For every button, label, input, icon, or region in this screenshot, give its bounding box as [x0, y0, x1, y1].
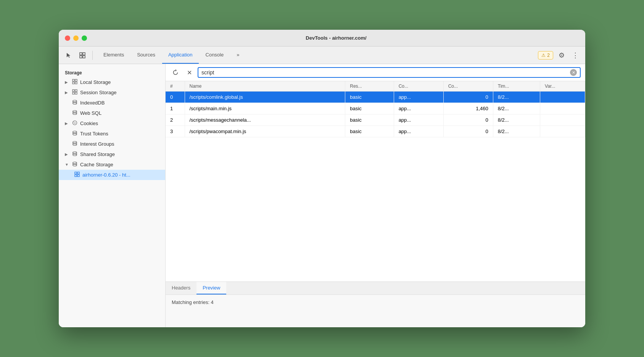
- svg-rect-32: [77, 175, 79, 177]
- svg-rect-1: [83, 53, 85, 55]
- sidebar-item-trust-tokens[interactable]: ▶ Trust Tokens: [59, 129, 165, 139]
- toolbar: Elements Sources Application Console » ⚠…: [59, 47, 585, 64]
- svg-rect-7: [75, 82, 77, 84]
- col-num: #: [166, 81, 185, 92]
- cell-name: /scripts/pwacompat.min.js: [185, 126, 345, 137]
- svg-rect-9: [75, 90, 77, 92]
- sidebar-item-cache-entry[interactable]: airhorner-0.6.20 - ht...: [59, 170, 165, 180]
- svg-rect-11: [75, 92, 77, 94]
- cache-data-table: # Name Res... Co... Co... Tim... Var... …: [166, 81, 585, 281]
- sidebar-item-indexeddb[interactable]: ▶ IndexedDB: [59, 98, 165, 108]
- minimize-button[interactable]: [73, 35, 79, 41]
- svg-point-20: [75, 123, 76, 124]
- sidebar-item-interest-groups[interactable]: ▶ Interest Groups: [59, 139, 165, 149]
- col-tim: Tim...: [493, 81, 540, 92]
- svg-point-15: [73, 113, 77, 115]
- table-row[interactable]: 1 /scripts/main.min.js basic app... 1,46…: [166, 103, 585, 114]
- cell-res: basic: [345, 126, 394, 137]
- search-clear-button[interactable]: ✕: [570, 69, 577, 76]
- traffic-lights: [65, 35, 87, 41]
- warning-badge[interactable]: ⚠ 2: [538, 51, 553, 60]
- db-icon: [72, 141, 78, 147]
- bottom-content: Matching entries: 4: [166, 295, 585, 310]
- search-input[interactable]: [201, 68, 570, 77]
- svg-point-17: [74, 122, 74, 122]
- sidebar-item-shared-storage[interactable]: ▶ Shared Storage: [59, 149, 165, 159]
- svg-rect-3: [83, 56, 85, 58]
- table-header-row: # Name Res... Co... Co... Tim... Var...: [166, 81, 585, 92]
- tab-application[interactable]: Application: [162, 47, 199, 64]
- cache-entry-label: airhorner-0.6.20 - ht...: [82, 172, 130, 178]
- cell-name: /scripts/messagechannela...: [185, 114, 345, 126]
- svg-rect-10: [72, 92, 74, 94]
- cell-co2: 1,460: [443, 103, 493, 114]
- cell-var: [540, 126, 585, 137]
- svg-point-24: [73, 144, 77, 146]
- indexeddb-label: IndexedDB: [80, 100, 105, 106]
- arrow-icon: ▶: [65, 152, 69, 156]
- grid-icon: [72, 89, 78, 96]
- svg-rect-29: [75, 172, 77, 174]
- more-options-icon[interactable]: ⋮: [570, 50, 581, 61]
- cell-var: [540, 103, 585, 114]
- tab-elements[interactable]: Elements: [97, 47, 130, 64]
- warning-count: 2: [547, 53, 550, 58]
- tab-preview[interactable]: Preview: [196, 282, 226, 294]
- svg-point-28: [73, 165, 77, 166]
- cell-res: basic: [345, 114, 394, 126]
- db-icon: [72, 161, 78, 168]
- cell-tim: 8/2...: [493, 92, 540, 103]
- cookie-icon: [72, 120, 78, 127]
- svg-rect-0: [80, 53, 82, 55]
- tab-headers[interactable]: Headers: [166, 282, 196, 294]
- refresh-button[interactable]: [170, 67, 181, 78]
- cell-num: 1: [166, 103, 185, 114]
- search-input-wrapper: ✕: [198, 67, 581, 78]
- cell-num: 3: [166, 126, 185, 137]
- sidebar: Storage ▶ Local Storage ▶: [59, 64, 166, 327]
- cell-num: 0: [166, 92, 185, 103]
- cell-tim: 8/2...: [493, 126, 540, 137]
- sidebar-item-session-storage[interactable]: ▶ Session Storage: [59, 87, 165, 98]
- cache-table: # Name Res... Co... Co... Tim... Var... …: [166, 81, 585, 137]
- table-row[interactable]: 3 /scripts/pwacompat.min.js basic app...…: [166, 126, 585, 137]
- toolbar-right: ⚠ 2 ⚙ ⋮: [538, 50, 581, 61]
- svg-point-13: [73, 103, 77, 105]
- cell-co1: app...: [394, 92, 443, 103]
- svg-point-23: [73, 142, 77, 143]
- sidebar-item-cache-storage[interactable]: ▼ Cache Storage: [59, 159, 165, 170]
- cell-var: [540, 92, 585, 103]
- toolbar-separator: [92, 51, 93, 60]
- maximize-button[interactable]: [82, 35, 87, 41]
- db-icon: [72, 100, 78, 106]
- sidebar-item-cookies[interactable]: ▶ Cookies: [59, 118, 165, 129]
- tab-more[interactable]: »: [230, 47, 245, 64]
- col-var: Var...: [540, 81, 585, 92]
- svg-rect-4: [72, 79, 74, 81]
- db-icon: [72, 110, 78, 116]
- sidebar-item-local-storage[interactable]: ▶ Local Storage: [59, 77, 165, 87]
- warning-icon: ⚠: [541, 53, 546, 58]
- cookies-label: Cookies: [80, 121, 98, 126]
- cancel-search-button[interactable]: ✕: [184, 67, 195, 78]
- table-row[interactable]: 2 /scripts/messagechannela... basic app.…: [166, 114, 585, 126]
- arrow-icon: ▶: [65, 90, 69, 95]
- svg-point-14: [73, 111, 77, 112]
- close-button[interactable]: [65, 35, 70, 41]
- tab-sources[interactable]: Sources: [131, 47, 161, 64]
- cursor-icon[interactable]: [63, 50, 74, 61]
- arrow-icon: ▶: [65, 80, 69, 84]
- cell-name: /scripts/main.min.js: [185, 103, 345, 114]
- tab-console[interactable]: Console: [200, 47, 230, 64]
- svg-point-16: [73, 121, 77, 125]
- settings-icon[interactable]: ⚙: [556, 50, 567, 61]
- cell-co2: 0: [443, 92, 493, 103]
- db-icon: [72, 151, 78, 158]
- sidebar-item-websql[interactable]: ▶ Web SQL: [59, 108, 165, 118]
- toolbar-tabs: Elements Sources Application Console »: [97, 47, 535, 64]
- main-panel: ✕ ✕ # Name Res... Co... Co...: [166, 64, 585, 327]
- cell-co2: 0: [443, 114, 493, 126]
- cell-res: basic: [345, 92, 394, 103]
- inspect-icon[interactable]: [77, 50, 88, 61]
- table-row[interactable]: 0 /scripts/comlink.global.js basic app..…: [166, 92, 585, 103]
